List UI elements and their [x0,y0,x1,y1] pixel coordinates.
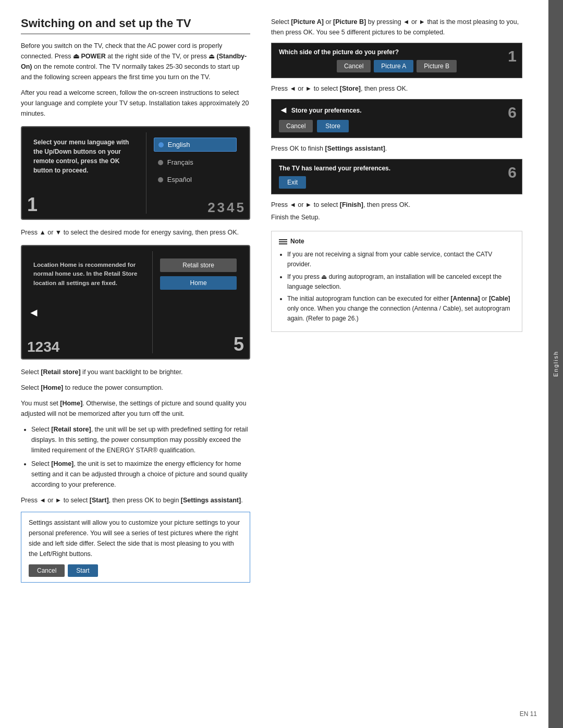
picture-buttons: Cancel Picture A Picture B [279,60,515,72]
picture-b-button[interactable]: Picture B [417,60,457,72]
language-english: English [154,138,237,152]
home-retail-bullets: Select [Retail store], the unit will be … [31,424,250,490]
language-english-label: English [168,141,190,149]
store-box-number: 6 [508,104,517,121]
language-spanish: Español [154,173,237,186]
exit-button[interactable]: Exit [279,176,306,189]
picture-a-button[interactable]: Picture A [374,60,413,72]
language-spanish-label: Español [167,176,192,183]
tv-screen-language: Select your menu language with the Up/Do… [21,126,250,220]
intro-para2: After you read a welcome screen, follow … [21,88,250,119]
picture-question: Which side of the picture do you prefer? [279,48,515,56]
intro-para1: Before you switch on the TV, check that … [21,41,250,82]
tv-learned-box: The TV has learned your preferences. Exi… [271,159,522,194]
store-button[interactable]: Store [317,120,349,132]
home-text2: You must set [Home]. Otherwise, the sett… [21,398,250,419]
screen2-num-left: 1234 [27,339,59,355]
left-column: Switching on and set up the TV Before yo… [21,17,266,711]
learned-box-number: 6 [508,164,517,181]
screen1-numbers: 1 2 3 4 5 [27,194,244,216]
tv-screen-location: Location Home is recommended for normal … [21,245,250,360]
side-tab-label: English [553,351,559,377]
side-tab: English [548,0,563,728]
energy-para: Press ▲ or ▼ to select the desired mode … [21,227,250,238]
press-start-text: Press ◄ or ► to select [Start], then pre… [21,495,250,505]
note-bullets: If you are not receiving a signal from y… [287,250,515,324]
retail-store-text: Select [Retail store] if you want backli… [21,367,250,377]
picture-box-number: 1 [508,47,517,65]
picture-select-text: Select [Picture A] or [Picture B] by pre… [271,17,522,38]
screen1-nums-right: 2 3 4 5 [207,200,244,216]
note-box: Note If you are not receiving a signal f… [271,231,522,332]
dot-english [158,142,164,147]
language-french-label: Français [167,158,193,166]
press-store-text: Press ◄ or ► to select [Store], then pre… [271,83,522,94]
note-bullet-3: The initial autoprogram function can be … [287,294,515,324]
bullet-home: Select [Home], the unit is set to maximi… [31,459,250,490]
page-title: Switching on and set up the TV [21,17,250,34]
tv-learned-label: The TV has learned your preferences. [279,165,390,172]
store-pref-buttons: Cancel Store [279,120,515,132]
bullet-retail: Select [Retail store], the unit will be … [31,424,250,455]
note-icon [279,239,287,244]
press-finish-text: Press ◄ or ► to select [Finish], then pr… [271,200,522,210]
screen2-numbers: 1234 5 [27,334,244,355]
dot-french [158,160,163,165]
settings-box-text: Settings assistant will allow you to cus… [29,517,242,559]
dot-spanish [158,177,163,182]
note-header: Note [279,237,515,246]
right-column: Select [Picture A] or [Picture B] by pre… [266,17,522,711]
home-text1: Select [Home] to reduce the power consum… [21,382,250,393]
page-footer: EN 11 [520,710,537,718]
store-preferences-box: ◄ Store your preferences. Cancel Store 6 [271,99,522,138]
store-cancel-button[interactable]: Cancel [279,120,313,132]
note-bullet-2: If you press ⏏ during autoprogram, an in… [287,272,515,292]
arrow-left-icon: ◄ [28,306,40,319]
retail-store-option: Retail store [160,258,237,272]
settings-start-button[interactable]: Start [68,564,97,577]
screen1-num-left: 1 [27,194,38,216]
finish-setup-text: Finish the Setup. [271,212,522,223]
screen2-num-right: 5 [234,334,244,355]
note-title: Note [290,237,304,246]
settings-box-buttons: Cancel Start [29,564,242,577]
settings-assistant-box: Settings assistant will allow you to cus… [21,512,250,583]
language-french: Français [154,156,237,169]
note-bullet-1: If you are not receiving a signal from y… [287,250,515,269]
picture-cancel-button[interactable]: Cancel [337,60,371,72]
press-ok-settings: Press OK to finish [Settings assistant]. [271,143,522,154]
store-pref-label: Store your preferences. [291,107,362,114]
picture-preference-box: Which side of the picture do you prefer?… [271,43,522,78]
learned-buttons: Exit [279,176,515,189]
settings-cancel-button[interactable]: Cancel [29,564,65,577]
home-option: Home [160,276,237,290]
